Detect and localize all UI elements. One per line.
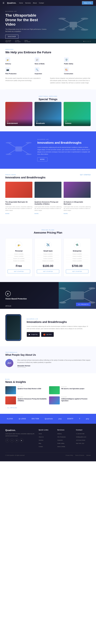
pricing-enterprise-feature-3: Feature available [66, 258, 88, 260]
ni-item-4-title[interactable]: Artificial Intelligence applied to Preci… [61, 398, 91, 402]
news-media-icon: 📰 [35, 57, 40, 62]
pricing-small-team-btn[interactable]: GET STARTED [37, 270, 59, 273]
ni-grid: 08 Jul 2017 Quadron Forum Daily Review i… [5, 386, 91, 404]
footer-privacy-link[interactable]: Privacy Policy [66, 455, 73, 456]
ni-all-articles-link[interactable]: ← ALL ARTICLES [5, 407, 91, 408]
construction-label: Construction [64, 73, 73, 74]
footer-link-blog[interactable]: Blog [39, 442, 53, 444]
film-production-label: Film Production [5, 73, 16, 74]
footer-link-home[interactable]: Home [39, 432, 53, 435]
footer: Quadron. Lorem ipsum dolor sit amet, con… [0, 424, 96, 461]
footer-terms-link[interactable]: Terms of Service [75, 455, 84, 456]
news-card-1-body: 01 The ultraportable MaxCopter Air featu… [5, 198, 32, 216]
footer-quick-links-list: Home About Us Services Blog Contact [39, 432, 53, 448]
footer-logo: Quadron. [5, 429, 35, 432]
footer-service-news[interactable]: News & Media [57, 445, 72, 448]
footer-youtube-icon[interactable]: ▶ [20, 438, 23, 442]
special-title: Special Things [5, 98, 91, 101]
footer-services-list: Delivery Film Production Inspection Publ… [57, 432, 72, 448]
news-card-3-num: 03 [64, 199, 91, 200]
footer-instagram-icon[interactable]: in [15, 438, 19, 442]
partner-diston: DIS TON [32, 418, 39, 420]
svg-line-14 [22, 150, 29, 154]
footer-twitter-icon[interactable]: t [10, 438, 14, 442]
hero-stats-bar: +2H 30 MIN Flight Time 72 KM/H Max Speed… [0, 39, 96, 44]
footer-service-delivery[interactable]: Delivery [57, 432, 72, 435]
footer-service-inspection[interactable]: Inspection [57, 439, 72, 441]
pricing-small-team-features: Feature available Feature available Feat… [37, 253, 59, 262]
google-play-icon: ▶ [29, 333, 30, 336]
video-article-link[interactable]: ARTICLE [5, 305, 11, 307]
footer-link-contact[interactable]: Contact [39, 445, 53, 448]
pricing-eyebrow: Pricing Plans [5, 229, 91, 230]
navbar-cta-button[interactable]: Make It Fly [82, 1, 93, 5]
hero-description: The Ultraportable drone for the best eve… [5, 28, 48, 32]
news-cards-eyebrow: Press News [5, 174, 46, 176]
footer-sitemap-link[interactable]: Sitemap [86, 455, 91, 456]
news-card-3-title: Air features in Ultraportable MaxCopter [64, 201, 91, 205]
footer-service-film[interactable]: Film Production [57, 436, 72, 438]
nav-contact[interactable]: Contact [39, 2, 44, 4]
hero-title: The Ultraportable Drone for the Best Vid… [5, 13, 48, 27]
news-card-1: 01 The ultraportable MaxCopter Air featu… [5, 182, 32, 216]
footer-service-safety[interactable]: Public Safety [57, 442, 72, 444]
testimonials-avatar: AH [5, 359, 13, 367]
pricing-enterprise-btn[interactable]: GET STARTED [66, 270, 88, 273]
ni-item-3-title[interactable]: Quadrone Announces Pricing And Availabil… [18, 398, 47, 402]
footer-bottom: © 2018 Quadron. All rights reserved. Pri… [5, 452, 91, 456]
footer-facebook-icon[interactable]: f [5, 438, 9, 442]
footer-link-services[interactable]: Services [39, 439, 53, 441]
news-card-2-body: 02 Quadrone Announces Pricing and Availa… [35, 198, 62, 216]
ni-item-4-image [49, 396, 60, 404]
news-get-started-link[interactable]: GET STARTED [80, 174, 91, 176]
testimonials-role: CEO & Founder [17, 366, 91, 368]
footer-column-quick-links: Quick Links Home About Us Services Blog … [39, 429, 53, 448]
news-card-3-image [64, 182, 91, 198]
nav-about[interactable]: About [33, 2, 37, 4]
service-news-media: 📰 News & Media [35, 57, 61, 64]
partners-grid: ALOVA ◎ LOGO DIS TON Quadrate psy BSNTF … [5, 418, 91, 420]
footer-contact-email[interactable]: info@quadron.com [76, 436, 91, 438]
news-card-2-more-link[interactable]: MORE [35, 213, 39, 214]
video-all-projects-button[interactable]: ALL PROJECTS [76, 303, 91, 306]
footer-contact-title: Contact [76, 429, 91, 431]
google-play-button[interactable]: ▶ Google Play [27, 332, 40, 337]
footer-link-about[interactable]: About Us [39, 436, 53, 438]
pricing-enterprise-feature-2: Feature available [66, 255, 88, 258]
pricing-card-personal: 🚁 Personal Feature available Feature ava… [5, 238, 32, 277]
hamburger-icon[interactable]: ☰ [3, 2, 4, 4]
ni-item-1-title[interactable]: Quadron Forum Daily Review in 2018 [18, 388, 47, 390]
pricing-personal-feature-2: Feature available [8, 255, 30, 258]
news-card-1-more-link[interactable]: MORE [5, 213, 9, 214]
partners-section: ALOVA ◎ LOGO DIS TON Quadrate psy BSNTF … [0, 414, 96, 424]
pricing-personal-btn[interactable]: GET STARTED [8, 270, 30, 273]
pricing-card-enterprise: 🛸 Enterprise Feature available Feature a… [64, 238, 91, 277]
video-play-button[interactable]: ▶ [5, 291, 11, 296]
innovations-blue-more-button[interactable]: MORE [37, 158, 48, 161]
footer-social-links: f t in ▶ [5, 438, 35, 442]
services-section: Services We Help you Embrace the Future … [0, 44, 96, 89]
innovations-blue-content: Quadron Air Innovations and Breakthrough… [37, 139, 91, 162]
ni-item-3: 08 Jul 2017 Quadrone Announces Pricing A… [5, 396, 47, 404]
nav-services[interactable]: Services [25, 2, 31, 4]
svg-line-1 [62, 19, 70, 23]
hero-discover-button[interactable]: DISCOVER [5, 35, 18, 38]
innovations-blue-section: Quadron Air Innovations and Breakthrough… [0, 131, 96, 169]
news-cards-header: Press News Innovations and Breakthroughs… [5, 174, 91, 179]
services-desc-right: Quadron drones integrate most advanced a… [50, 77, 91, 84]
footer-copyright: © 2018 Quadron. All rights reserved. [5, 455, 25, 456]
footer-brand-desc: Lorem ipsum dolor sit amet, consectetur … [5, 433, 35, 437]
svg-line-3 [62, 26, 70, 29]
footer-column-contact: Contact +1 234 567 890 info@quadron.com … [76, 429, 91, 448]
news-insights-section: Blog News & Insights 08 Jul 2017 Quadron… [0, 373, 96, 414]
navbar-logo: Quadron. [7, 2, 16, 4]
svg-rect-10 [15, 146, 22, 152]
ni-item-1-image [5, 386, 16, 394]
ni-item-2-title[interactable]: We launch a new Agriculture project [61, 388, 91, 390]
construction-icon: 🏗️ [64, 67, 69, 72]
nav-home[interactable]: Home [19, 2, 23, 4]
news-cards-title-block: Press News Innovations and Breakthroughs [5, 174, 46, 179]
app-store-button[interactable]: 🍎 App Store [41, 332, 54, 337]
news-card-3-more-link[interactable]: MORE [64, 213, 68, 214]
service-construction: 🏗️ Construction [64, 67, 91, 74]
